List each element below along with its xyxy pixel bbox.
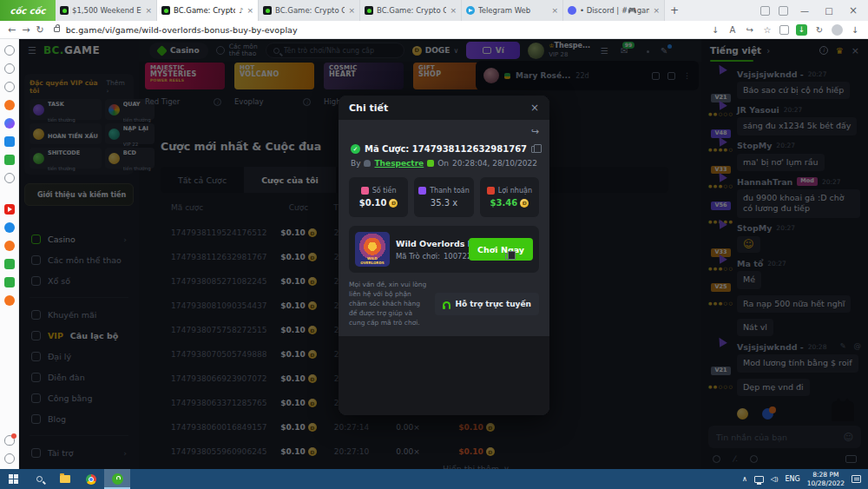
taskbar-clock[interactable]: 8:28 PM10/28/2022 (807, 471, 845, 487)
close-window-button[interactable]: × (845, 4, 861, 17)
bcgame-favicon (60, 6, 69, 15)
share-icon[interactable]: ↪ (745, 25, 755, 35)
page-viewport: ☰ BC.GAME Đặc quyền VIP của tôi Thêm › T… (19, 39, 868, 469)
tab-close-icon[interactable]: × (247, 6, 253, 15)
amount-icon (361, 187, 369, 195)
stat-amount: Số tiền $0.10Đ (349, 177, 408, 217)
adblock-shield-icon[interactable] (779, 25, 789, 35)
headset-icon (443, 301, 450, 307)
facebook-icon[interactable] (4, 222, 15, 233)
cart-icon[interactable] (4, 295, 15, 306)
shop-icon[interactable] (4, 241, 15, 251)
network-icon[interactable] (754, 476, 764, 483)
language-indicator[interactable]: ENG (786, 475, 800, 483)
url-text[interactable]: bc.game/vi/game/wild-overlords-bonus-buy… (66, 25, 298, 35)
volume-icon[interactable]: ◁) (771, 475, 779, 483)
action-center-icon[interactable] (852, 475, 861, 483)
coccoc-newsfeed-icon[interactable] (4, 100, 15, 110)
downloader-extension-icon[interactable]: ↓ (796, 24, 807, 36)
verified-check-icon: ✓ (351, 144, 360, 154)
browser-profile-icon[interactable] (832, 24, 843, 36)
bookmark-star-icon[interactable]: ☆ (762, 25, 773, 35)
close-icon[interactable]: × (530, 102, 539, 114)
translate-icon[interactable]: A (727, 25, 738, 35)
messenger-icon[interactable] (4, 118, 15, 129)
copy-icon[interactable] (505, 253, 511, 260)
bet-datetime: 20:28:04, 28/10/2022 (452, 159, 537, 168)
payout-icon (418, 187, 426, 195)
modal-header: Chi tiết × (339, 96, 549, 120)
sync-icon[interactable]: ↻ (814, 25, 825, 35)
browser-tab[interactable]: • Discord | #🎮games | BC G × (563, 0, 665, 21)
reload-icon[interactable]: ↻ (36, 24, 43, 36)
share-bet-icon[interactable]: ↪ (531, 127, 539, 139)
tab-close-icon[interactable]: × (551, 6, 558, 15)
notification-bell-icon[interactable] (4, 435, 15, 446)
windows-taskbar: ∧ ◁) ENG 8:28 PM10/28/2022 (0, 469, 868, 489)
games-icon[interactable] (4, 155, 15, 165)
copy-icon[interactable] (531, 146, 537, 153)
downloads-icon[interactable]: ↓ (850, 25, 860, 35)
bet-id-value: 1747938112632981767 (412, 144, 527, 154)
start-button[interactable] (0, 469, 26, 489)
system-tray: ∧ ◁) ENG 8:28 PM10/28/2022 (742, 471, 868, 487)
profit-icon (487, 187, 495, 195)
minimize-button[interactable]: — (797, 6, 812, 16)
maximize-button[interactable]: □ (821, 6, 837, 16)
game-thumbnail[interactable]: WILD OVERLORDS (355, 232, 390, 267)
play-now-button[interactable]: Chơi Ngay (469, 238, 533, 261)
address-bar-actions: ↓ A ↪ ☆ ↓ ↻ ↓ (710, 24, 860, 36)
tab-close-icon[interactable]: × (653, 6, 660, 15)
back-icon[interactable]: ← (8, 24, 16, 36)
discord-favicon (568, 6, 576, 15)
tab-close-icon[interactable]: × (145, 6, 152, 15)
hidden-icons-chevron[interactable]: ∧ (742, 475, 747, 483)
telegram-favicon (466, 6, 475, 15)
screen: cốc cốc $1,500 Weekend Evoplay Mu × BC.G… (0, 0, 868, 489)
more-icon[interactable] (4, 453, 15, 464)
stat-payout: Thanh toán 35.3 x (414, 177, 473, 217)
tab-close-icon[interactable]: × (450, 6, 457, 15)
coccoc-taskbar-icon[interactable] (104, 469, 130, 489)
browser-tab[interactable]: Telegram Web × (462, 0, 563, 21)
browser-tab[interactable]: BC.Game: Crypto Casino Gan × (259, 0, 360, 21)
taskbar-search-icon[interactable] (26, 469, 52, 489)
live-support-button[interactable]: Hỗ trợ trực tuyến (435, 293, 539, 315)
coccoc-logo[interactable]: cốc cốc (0, 0, 56, 21)
promo-icon[interactable] (4, 277, 15, 287)
reading-list-icon[interactable] (4, 82, 15, 92)
forward-icon[interactable]: → (22, 24, 30, 36)
window-controls: — □ × (760, 0, 868, 21)
player-name-link[interactable]: Thespectre (374, 159, 424, 168)
tab-media-icon[interactable] (760, 6, 770, 16)
bcgame-favicon (365, 6, 373, 15)
tab-audio-icon[interactable]: ♪ (239, 7, 243, 15)
history-icon[interactable] (4, 63, 15, 74)
file-explorer-icon[interactable] (52, 469, 78, 489)
recent-tabs-icon[interactable] (779, 6, 788, 16)
settings-icon[interactable] (4, 45, 15, 56)
save-page-icon[interactable]: ↓ (710, 25, 720, 35)
stat-profit: Lợi nhuận $3.46Đ (480, 177, 539, 217)
youtube-icon[interactable] (4, 204, 15, 215)
zalo-icon[interactable] (4, 136, 15, 147)
add-sidebar-icon[interactable] (4, 173, 15, 183)
modal-title: Chi tiết (349, 102, 388, 114)
new-tab-button[interactable]: + (665, 0, 684, 21)
gift-icon[interactable] (4, 259, 15, 269)
chrome-icon[interactable] (78, 469, 104, 489)
modal-body: ↪ ✓ Mã Cược: 1747938112632981767 By Thes… (339, 120, 549, 336)
doge-coin-icon: Đ (389, 199, 398, 208)
tab-close-icon[interactable]: × (348, 6, 355, 15)
doge-coin-icon: Đ (520, 199, 529, 208)
bcgame-favicon (161, 6, 170, 15)
browser-tab[interactable]: BC.Game: Crypto Casino Gan × (360, 0, 462, 21)
browser-tab[interactable]: $1,500 Weekend Evoplay Mu × (56, 0, 157, 21)
player-icon (364, 160, 371, 167)
bet-details-modal: Chi tiết × ↪ ✓ Mã Cược: 1747938112632981… (339, 96, 549, 415)
browser-tab-strip: cốc cốc $1,500 Weekend Evoplay Mu × BC.G… (0, 0, 868, 21)
address-bar: ← → ↻ bc.game/vi/game/wild-overlords-bon… (0, 21, 868, 39)
bcgame-favicon (263, 6, 272, 15)
browser-tab[interactable]: BC.Game: Crypto Casino ♪ × (157, 0, 259, 21)
lock-icon[interactable] (54, 27, 60, 32)
